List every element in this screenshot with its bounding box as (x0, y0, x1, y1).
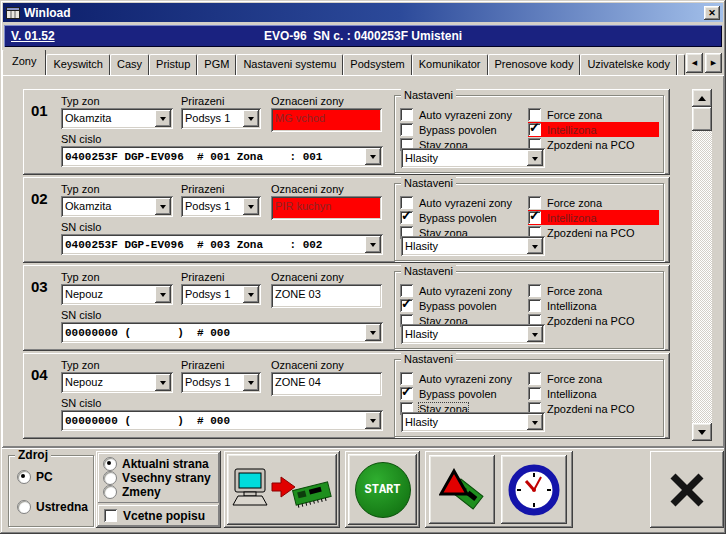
radio-vsechny-strany[interactable]: Vsechny strany (103, 471, 211, 485)
bypass-checkbox[interactable] (400, 387, 413, 400)
serial-number-select[interactable]: 0400253F DGP-EV096 # 001 Zona : 001 (61, 146, 383, 167)
serial-number-select[interactable]: 0400253F DGP-EV096 # 003 Zona : 002 (61, 234, 383, 255)
close-window-button[interactable]: ✕ (704, 6, 720, 20)
tab-podsystem[interactable]: Podsystem (343, 54, 411, 75)
serial-number-value: 00000000 ( ) # 000 (65, 327, 364, 339)
tab-uzivatelske-kody[interactable]: Uzivatelske kody (580, 54, 677, 75)
dropdown-arrow-icon[interactable] (243, 374, 259, 391)
bypass-checkbox[interactable] (400, 123, 413, 136)
dropdown-arrow-icon[interactable] (365, 412, 381, 429)
radio-ustredna[interactable]: Ustredna (17, 500, 88, 514)
tab-zony[interactable]: Zony (2, 50, 46, 75)
vcetne-popisu-checkbox[interactable] (104, 509, 117, 522)
force-checkbox[interactable] (528, 372, 541, 385)
exit-x-icon[interactable] (667, 471, 707, 509)
zone-type-select[interactable]: Okamzita (61, 196, 173, 217)
title-bar[interactable]: Winload ✕ (3, 3, 723, 22)
start-button[interactable]: START (348, 454, 417, 525)
tab-pristup[interactable]: Pristup (149, 54, 197, 75)
scroll-down-button[interactable] (692, 423, 712, 441)
volume-select[interactable]: Hlasity (401, 236, 545, 256)
radio-pc[interactable]: PC (17, 470, 53, 484)
bypass-checkbox[interactable] (400, 299, 413, 312)
dropdown-arrow-icon[interactable] (155, 198, 171, 215)
tab-komunikator[interactable]: Komunikator (412, 54, 488, 75)
radio-icon[interactable] (103, 471, 117, 485)
zones-scrollbar[interactable] (692, 89, 712, 441)
checkbox-label: Auto vyrazeni zony (419, 197, 512, 209)
exit-panel (650, 451, 724, 528)
bypass-checkbox[interactable] (400, 211, 413, 224)
vcetne-popisu-box: Vcetne popisu (98, 505, 219, 526)
tab-keyswitch[interactable]: Keyswitch (46, 54, 110, 75)
volume-select[interactable]: Hlasity (401, 412, 545, 432)
partition-select[interactable]: Podsys 1 (181, 196, 261, 217)
radio-aktualni-strana[interactable]: Aktualni strana (103, 457, 209, 471)
checkbox-label: Bypass povolen (419, 212, 497, 224)
zone-label-field[interactable]: PIR kuchyn (271, 196, 382, 220)
dropdown-arrow-icon[interactable] (155, 110, 171, 127)
zdroj-group: Zdroj PC Ustredna (8, 455, 94, 527)
partition-select[interactable]: Podsys 1 (181, 108, 261, 129)
zone-number: 01 (31, 102, 48, 119)
partition-select[interactable]: Podsys 1 (181, 284, 261, 305)
scroll-up-button[interactable] (692, 89, 712, 107)
intellizona-checkbox[interactable] (528, 387, 541, 400)
volume-select[interactable]: Hlasity (401, 148, 545, 168)
dropdown-arrow-icon[interactable] (365, 236, 381, 253)
checkbox-label: Bypass povolen (419, 388, 497, 400)
zdroj-legend: Zdroj (15, 449, 51, 461)
zone-type-select[interactable]: Nepouz (61, 372, 173, 393)
volume-select[interactable]: Hlasity (401, 324, 545, 344)
range-options-box: Aktualni strana Vsechny strany Zmeny (98, 453, 219, 503)
radio-icon[interactable] (103, 485, 117, 499)
radio-label: Aktualni strana (122, 457, 209, 471)
serial-number-select[interactable]: 00000000 ( ) # 000 (61, 410, 383, 431)
auto-vyrazeni-checkbox[interactable] (400, 108, 413, 121)
tab-prenosove-kody[interactable]: Prenosove kody (488, 54, 581, 75)
verify-button[interactable] (429, 455, 495, 524)
zone-label-field[interactable]: ZONE 04 (271, 372, 382, 396)
intellizona-checkbox[interactable] (528, 299, 541, 312)
dropdown-arrow-icon[interactable] (365, 324, 381, 341)
dropdown-arrow-icon[interactable] (243, 286, 259, 303)
dropdown-arrow-icon[interactable] (155, 286, 171, 303)
download-to-panel-button[interactable] (227, 454, 337, 525)
zone-type-select[interactable]: Okamzita (61, 108, 173, 129)
clock-button[interactable] (501, 455, 567, 524)
vcetne-popisu-checkbox-row[interactable]: Vcetne popisu (104, 508, 216, 523)
dropdown-arrow-icon[interactable] (527, 150, 543, 166)
scrollbar-thumb[interactable] (692, 107, 712, 131)
radio-icon[interactable] (17, 500, 31, 514)
dropdown-arrow-icon[interactable] (243, 198, 259, 215)
tab-pgm[interactable]: PGM (197, 54, 236, 75)
sn-cislo-label: SN cislo (61, 309, 101, 321)
checkbox-label: Auto vyrazeni zony (419, 373, 512, 385)
dropdown-arrow-icon[interactable] (365, 148, 381, 165)
typ-zon-label: Typ zon (61, 271, 100, 283)
radio-icon[interactable] (17, 470, 31, 484)
radio-zmeny[interactable]: Zmeny (103, 485, 161, 499)
tab-nastaveni-systemu[interactable]: Nastaveni systemu (236, 54, 343, 75)
tab-moc[interactable]: Moc (677, 54, 685, 75)
tab-casy[interactable]: Casy (110, 54, 149, 75)
zone-label-field[interactable]: MG vchod (271, 108, 382, 132)
zone-number: 04 (31, 366, 48, 383)
serial-number-select[interactable]: 00000000 ( ) # 000 (61, 322, 383, 343)
prirazeni-label: Prirazeni (181, 359, 224, 371)
radio-icon[interactable] (103, 457, 117, 471)
dropdown-arrow-icon[interactable] (527, 238, 543, 254)
zone-type-select[interactable]: Nepouz (61, 284, 173, 305)
dropdown-arrow-icon[interactable] (243, 110, 259, 127)
checkbox-label: Bypass povolen (419, 300, 497, 312)
force-checkbox[interactable] (528, 284, 541, 297)
intellizona-checkbox[interactable] (528, 211, 541, 224)
intellizona-checkbox[interactable] (528, 123, 541, 136)
tab-strip: Zony Keyswitch Casy Pristup PGM Nastaven… (2, 50, 724, 75)
dropdown-arrow-icon[interactable] (527, 414, 543, 430)
partition-select[interactable]: Podsys 1 (181, 372, 261, 393)
zone-label-field[interactable]: ZONE 03 (271, 284, 382, 308)
dropdown-arrow-icon[interactable] (527, 326, 543, 342)
zone-number: 02 (31, 190, 48, 207)
dropdown-arrow-icon[interactable] (155, 374, 171, 391)
